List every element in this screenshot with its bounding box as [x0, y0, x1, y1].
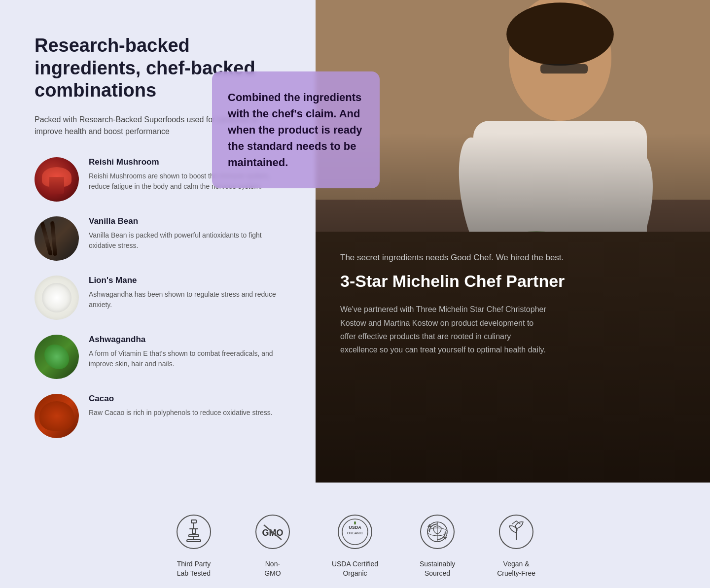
cert-sustainably-sourced: SustainablySourced	[418, 512, 457, 579]
cert-label-lab-tested: Third PartyLab Tested	[177, 559, 211, 579]
ingredient-name-vanilla: Vanilla Bean	[89, 216, 286, 226]
ingredient-ashwagandha: Ashwagandha A form of Vitamin E that's s…	[35, 335, 286, 379]
sustainably-sourced-icon	[418, 512, 457, 552]
ingredient-name-ashwagandha: Ashwagandha	[89, 335, 286, 345]
ingredient-lions: Lion's Mane Ashwagandha has been shown t…	[35, 276, 286, 320]
ingredient-name-cacao: Cacao	[89, 394, 273, 404]
cert-label-vegan: Vegan &Cruelty-Free	[497, 559, 535, 579]
cert-non-gmo: GMO Non-GMO	[253, 512, 292, 579]
usda-icon: USDA ORGANIC	[335, 512, 375, 552]
vegan-icon	[497, 512, 536, 552]
svg-rect-15	[192, 529, 195, 534]
chef-title: 3-Star Michelin Chef Partner	[340, 272, 685, 291]
cert-label-non-gmo: Non-GMO	[264, 559, 281, 579]
ingredient-name-lions: Lion's Mane	[89, 276, 286, 285]
ingredient-image-cacao	[35, 394, 79, 438]
ingredient-text-ashwagandha: Ashwagandha A form of Vitamin E that's s…	[89, 335, 286, 369]
purple-card-text: Combined the ingredients with the chef's…	[228, 89, 364, 171]
svg-text:USDA: USDA	[349, 525, 361, 530]
svg-text:ORGANIC: ORGANIC	[347, 531, 363, 535]
ingredient-desc-vanilla: Vanilla Bean is packed with powerful ant…	[89, 230, 286, 251]
svg-point-4	[506, 2, 614, 66]
certifications-section: Third PartyLab Tested GMO Non-GMO	[0, 483, 710, 588]
ingredient-desc-ashwagandha: A form of Vitamin E that's shown to comb…	[89, 348, 286, 369]
page-wrapper: Research-backed ingredients, chef-backed…	[0, 0, 710, 588]
lab-tested-icon	[174, 512, 213, 552]
cert-label-sustainably-sourced: SustainablySourced	[420, 559, 455, 579]
main-section: Research-backed ingredients, chef-backed…	[0, 0, 710, 483]
ingredient-image-ashwagandha	[35, 335, 79, 379]
cert-label-usda: USDA CertifiedOrganic	[332, 559, 378, 579]
ingredient-desc-cacao: Raw Cacao is rich in polyphenols to redu…	[89, 408, 273, 418]
svg-point-3	[509, 0, 611, 121]
chef-description: We've partnered with Three Michelin Star…	[340, 303, 547, 356]
purple-overlay-card: Combined the ingredients with the chef's…	[212, 71, 380, 188]
cert-usda: USDA ORGANIC USDA CertifiedOrganic	[332, 512, 378, 579]
ingredient-text-cacao: Cacao Raw Cacao is rich in polyphenols t…	[89, 394, 273, 418]
ingredient-image-reishi	[35, 157, 79, 202]
ingredient-text-vanilla: Vanilla Bean Vanilla Bean is packed with…	[89, 216, 286, 251]
ingredient-cacao: Cacao Raw Cacao is rich in polyphenols t…	[35, 394, 286, 438]
cert-lab-tested: Third PartyLab Tested	[174, 512, 213, 579]
ingredient-image-vanilla	[35, 216, 79, 261]
chef-dark-section: The secret ingredients needs Good Chef. …	[316, 232, 710, 483]
ingredient-text-lions: Lion's Mane Ashwagandha has been shown t…	[89, 276, 286, 310]
non-gmo-icon: GMO	[253, 512, 292, 552]
cert-vegan: Vegan &Cruelty-Free	[497, 512, 536, 579]
chef-subtitle: The secret ingredients needs Good Chef. …	[340, 251, 685, 264]
svg-rect-5	[540, 64, 588, 73]
ingredient-vanilla: Vanilla Bean Vanilla Bean is packed with…	[35, 216, 286, 261]
ingredient-desc-lions: Ashwagandha has been shown to regulate s…	[89, 289, 286, 310]
ingredient-image-lions	[35, 276, 79, 320]
